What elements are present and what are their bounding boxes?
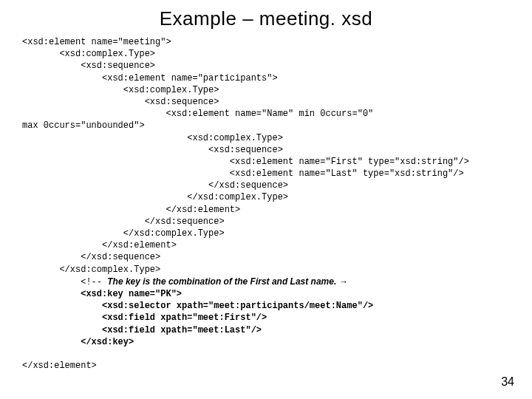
code-block: <xsd:element name="meeting"> <xsd:comple…: [22, 36, 532, 372]
page-number: 34: [501, 375, 514, 389]
page-title: Example – meeting. xsd: [0, 7, 532, 30]
